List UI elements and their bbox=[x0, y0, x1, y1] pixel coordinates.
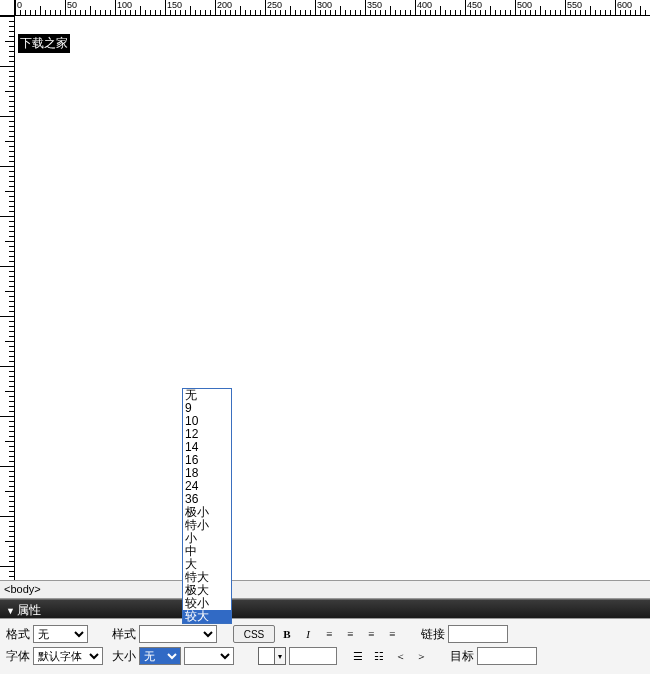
collapse-triangle-icon[interactable]: ▼ bbox=[6, 606, 15, 616]
indent-icon[interactable]: ＞ bbox=[412, 647, 430, 665]
panel-title-text: 属性 bbox=[17, 603, 41, 617]
sample-text[interactable]: 下载之家 bbox=[18, 34, 70, 53]
style-label: 样式 bbox=[112, 626, 136, 643]
size-dropdown-list[interactable]: 无910121416182436极小特小小中大特大极大较小较大 bbox=[182, 388, 232, 624]
link-label: 链接 bbox=[421, 626, 445, 643]
align-center-icon[interactable]: ≡ bbox=[341, 625, 359, 643]
outdent-icon[interactable]: ＜ bbox=[391, 647, 409, 665]
properties-panel: 格式 无 样式 CSS B I ≡ ≡ ≡ ≡ 链接 字体 默认字体 大小 无 … bbox=[0, 618, 650, 674]
css-button[interactable]: CSS bbox=[233, 625, 275, 643]
text-color-picker[interactable]: ▾ bbox=[258, 647, 286, 665]
italic-icon[interactable]: I bbox=[299, 625, 317, 643]
font-select[interactable]: 默认字体 bbox=[33, 647, 103, 665]
format-select[interactable]: 无 bbox=[33, 625, 88, 643]
tag-selector-bar[interactable]: <body> bbox=[0, 580, 650, 599]
target-label: 目标 bbox=[450, 648, 474, 665]
ordered-list-icon[interactable]: ☷ bbox=[370, 647, 388, 665]
font-label: 字体 bbox=[6, 648, 30, 665]
bold-icon[interactable]: B bbox=[278, 625, 296, 643]
format-label: 格式 bbox=[6, 626, 30, 643]
align-left-icon[interactable]: ≡ bbox=[320, 625, 338, 643]
color-hex-input[interactable] bbox=[289, 647, 337, 665]
size-label: 大小 bbox=[112, 648, 136, 665]
link-input[interactable] bbox=[448, 625, 508, 643]
vertical-ruler bbox=[0, 16, 15, 580]
size-option[interactable]: 较大 bbox=[183, 610, 231, 623]
properties-panel-title[interactable]: ▼属性 bbox=[0, 599, 650, 618]
size-select[interactable]: 无 bbox=[139, 647, 181, 665]
ruler-corner bbox=[0, 0, 15, 16]
align-right-icon[interactable]: ≡ bbox=[362, 625, 380, 643]
align-justify-icon[interactable]: ≡ bbox=[383, 625, 401, 643]
size-unit-select[interactable] bbox=[184, 647, 234, 665]
style-select[interactable] bbox=[139, 625, 217, 643]
unordered-list-icon[interactable]: ☰ bbox=[349, 647, 367, 665]
target-input[interactable] bbox=[477, 647, 537, 665]
design-canvas[interactable]: 下载之家 bbox=[15, 16, 650, 580]
horizontal-ruler: 050100150200250300350400450500550600 bbox=[15, 0, 650, 16]
